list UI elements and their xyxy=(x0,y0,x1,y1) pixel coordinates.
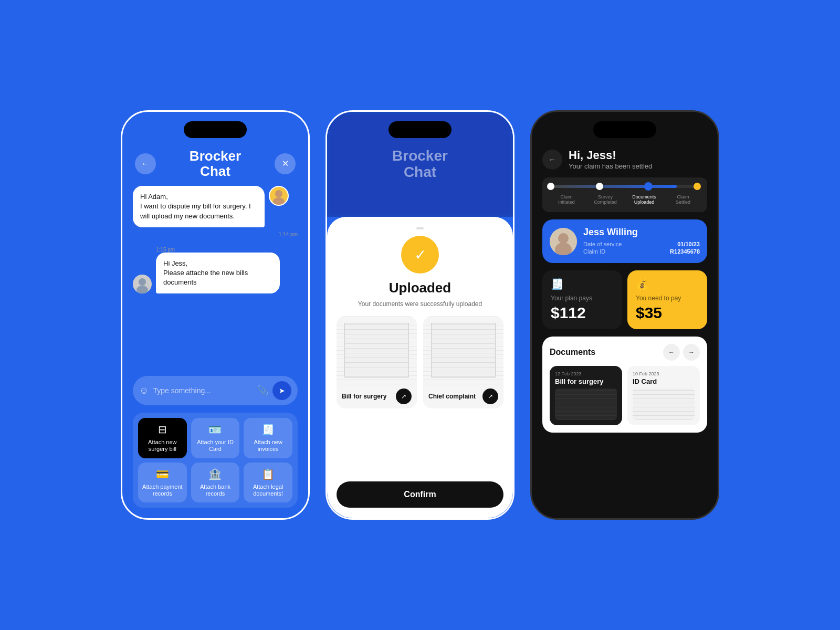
svg-point-1 xyxy=(273,197,285,205)
complaint-doc-thumbnail xyxy=(431,323,495,377)
doc2-title: ID Card xyxy=(633,377,695,385)
invoice-icon: 🧾 xyxy=(261,423,275,436)
jess-avatar xyxy=(550,228,577,255)
action-attach-invoices[interactable]: 🧾 Attach new invoices xyxy=(244,418,292,458)
phone1-chat: ← Brocker Chat ✕ Hi Adam,I want to dispu… xyxy=(121,110,310,520)
action-attach-id-card[interactable]: 🪪 Attach your ID Card xyxy=(191,418,240,458)
receipt-icon: 🧾 xyxy=(551,278,614,290)
emoji-icon: ☺ xyxy=(139,385,149,396)
phones-container: ← Brocker Chat ✕ Hi Adam,I want to dispu… xyxy=(100,89,740,541)
claim-detail-id: Claim ID R12345678 xyxy=(583,248,700,255)
claim-greeting: Hi, Jess! xyxy=(569,149,652,162)
doc2-arrow-button[interactable]: ↗ xyxy=(482,388,498,404)
message-time-right: 1:14 pm xyxy=(279,232,298,237)
claim-title-group: Hi, Jess! Your claim has been settled xyxy=(569,149,652,170)
progress-label-2: SurveyCompleted xyxy=(590,194,621,205)
send-button[interactable]: ➤ xyxy=(272,381,291,400)
chat-actions-grid: ⊟ Attach new surgery bill 🪪 Attach your … xyxy=(133,413,298,508)
bill-icon: ⊟ xyxy=(158,423,167,436)
dos-value: 01/10/23 xyxy=(677,241,700,247)
legal-icon: 📋 xyxy=(261,468,275,480)
message-time-left: 1:15 pm xyxy=(156,247,298,253)
doc-preview-chief-complaint: Chief complaint ↗ xyxy=(423,316,503,408)
doc-preview-surgery-bill: Bill for surgery ↗ xyxy=(337,316,417,408)
action-attach-legal-docs[interactable]: 📋 Attach legal documents! xyxy=(244,463,292,502)
upload-subtitle: Your documents were successfully uploade… xyxy=(358,300,482,308)
phone1-content: ← Brocker Chat ✕ Hi Adam,I want to dispu… xyxy=(122,112,308,518)
agent-avatar xyxy=(133,275,152,293)
doc1-title: Bill for surgery xyxy=(555,377,617,385)
svg-point-3 xyxy=(136,286,148,293)
docs-section-header: Documents ← → xyxy=(550,344,700,361)
message-outgoing: Hi Adam,I want to dispute my bill for su… xyxy=(133,186,298,237)
action-attach-surgery-bill[interactable]: ⊟ Attach new surgery bill xyxy=(138,418,187,458)
progress-dot-3 xyxy=(644,182,653,191)
docs-next-button[interactable]: → xyxy=(683,344,700,361)
dos-label: Date of service xyxy=(583,241,622,247)
claim-user-info: Jess Willing Date of service 01/10/23 Cl… xyxy=(583,227,700,256)
svg-point-0 xyxy=(275,190,282,197)
doc1-thumbnail xyxy=(555,388,617,420)
plan-pays-amount: $112 xyxy=(551,304,614,322)
plan-pays-label: Your plan pays xyxy=(551,295,614,302)
progress-label-3: DocumentsUploaded xyxy=(628,194,660,205)
phone3-claim: ← Hi, Jess! Your claim has been settled … xyxy=(530,110,719,520)
progress-dot-1 xyxy=(547,183,554,190)
doc-preview-label-2: Chief complaint xyxy=(428,393,476,400)
documents-title: Documents xyxy=(550,348,595,357)
doc-card-surgery-bill: 12 Feb 2023 Bill for surgery xyxy=(550,366,622,425)
chat-back-button[interactable]: ← xyxy=(135,153,156,174)
svg-point-5 xyxy=(558,233,569,244)
chat-close-button[interactable]: ✕ xyxy=(275,153,296,174)
progress-fill xyxy=(551,185,677,188)
doc-preview-complaint-img xyxy=(423,316,503,384)
progress-label-4: ClaimSettled xyxy=(667,194,699,205)
message-bubble-left: Hi Jess,Please attache the new bills doc… xyxy=(156,253,280,294)
doc1-date: 12 Feb 2023 xyxy=(555,371,617,376)
action-attach-bank-records[interactable]: 🏦 Attach bank records xyxy=(191,463,240,502)
docs-prev-button[interactable]: ← xyxy=(663,344,680,361)
message-incoming: 1:15 pm Hi Jess,Please attache the new b… xyxy=(133,245,298,294)
doc-preview-label-row-1: Bill for surgery ↗ xyxy=(337,384,417,408)
doc-preview-surgery-img xyxy=(337,316,417,384)
phone2-upload: BrockerChat ✓ Uploaded Your documents we… xyxy=(326,110,514,520)
phone3-notch xyxy=(593,121,656,138)
upload-title: Uploaded xyxy=(389,280,451,296)
pay-row: 🧾 Your plan pays $112 💰 You need to pay … xyxy=(542,270,707,329)
id-card-icon: 🪪 xyxy=(208,423,222,436)
doc2-date: 10 Feb 2023 xyxy=(633,371,695,376)
message-avatar-row: Hi Jess,Please attache the new bills doc… xyxy=(133,253,298,294)
progress-dot-4 xyxy=(694,183,701,190)
svg-point-2 xyxy=(139,278,146,286)
attachment-icon[interactable]: 📎 xyxy=(257,385,268,396)
doc1-arrow-button[interactable]: ↗ xyxy=(396,388,412,404)
progress-labels: ClaimInitiated SurveyCompleted Documents… xyxy=(551,194,699,205)
phone2-main: ✓ Uploaded Your documents were successfu… xyxy=(327,217,513,518)
chat-input[interactable]: Type something... xyxy=(153,386,253,395)
claim-back-button[interactable]: ← xyxy=(542,150,562,170)
doc-preview-label-1: Bill for surgery xyxy=(342,393,386,400)
chat-input-row: ☺ Type something... 📎 ➤ xyxy=(133,376,298,405)
docs-preview-row: Bill for surgery ↗ Chief complaint ↗ xyxy=(337,316,503,408)
you-pay-amount: $35 xyxy=(636,304,699,322)
confirm-button[interactable]: Confirm xyxy=(337,481,503,508)
drag-indicator xyxy=(416,227,424,229)
phone2-notch xyxy=(388,121,452,138)
message-bubble-right: Hi Adam,I want to dispute my bill for su… xyxy=(133,186,265,227)
phone3-content: ← Hi, Jess! Your claim has been settled … xyxy=(532,112,718,518)
phone1-notch xyxy=(184,121,247,138)
dollar-icon: 💰 xyxy=(636,278,699,290)
claim-user-name: Jess Willing xyxy=(583,227,700,238)
blurred-chat-title: BrockerChat xyxy=(392,148,448,181)
claim-id-value: R12345678 xyxy=(670,248,700,255)
you-pay-label: You need to pay xyxy=(636,295,699,302)
payment-icon: 💳 xyxy=(156,468,169,480)
claim-header: ← Hi, Jess! Your claim has been settled xyxy=(542,149,707,170)
chat-title: Brocker Chat xyxy=(190,149,241,178)
surgery-doc-thumbnail xyxy=(344,323,408,377)
action-attach-payment-records[interactable]: 💳 Attach payment records xyxy=(138,463,187,502)
doc-cards-row: 12 Feb 2023 Bill for surgery 10 Feb 2023… xyxy=(550,366,700,425)
you-pay-card: 💰 You need to pay $35 xyxy=(627,270,707,329)
doc-preview-label-row-2: Chief complaint ↗ xyxy=(423,384,503,408)
progress-container: ClaimInitiated SurveyCompleted Documents… xyxy=(542,177,707,212)
